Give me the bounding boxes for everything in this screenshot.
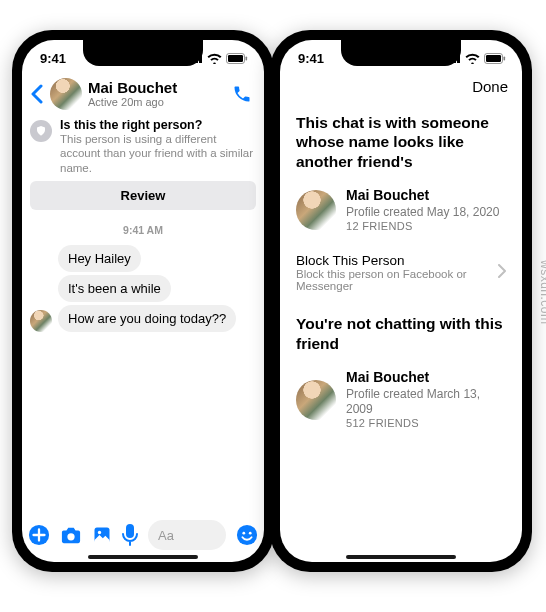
profile-name: Mai Bouchet: [346, 187, 499, 205]
warning-title: Is this the right person?: [60, 118, 256, 132]
notch: [341, 40, 461, 66]
svg-rect-5: [228, 55, 243, 62]
mic-button[interactable]: [122, 524, 138, 546]
block-title: Block This Person: [296, 253, 490, 268]
composer: Aa: [22, 514, 264, 558]
svg-point-13: [242, 532, 245, 535]
suspicious-profile[interactable]: Mai Bouchet Profile created May 18, 2020…: [296, 181, 506, 243]
avatar[interactable]: [30, 310, 52, 332]
known-friend-profile[interactable]: Mai Bouchet Profile created March 13, 20…: [296, 363, 506, 440]
shield-icon: [30, 120, 52, 142]
message-row: How are you doing today??: [30, 305, 256, 332]
done-button[interactable]: Done: [472, 78, 508, 95]
home-indicator[interactable]: [88, 555, 198, 559]
message-row: It's been a while: [30, 275, 256, 302]
emoji-button[interactable]: [236, 524, 258, 546]
profile-name: Mai Bouchet: [346, 369, 506, 387]
warning-body: This person is using a different account…: [60, 132, 256, 175]
avatar: [296, 380, 336, 420]
message-bubble[interactable]: Hey Hailey: [58, 245, 141, 272]
chat-subtitle: Active 20m ago: [88, 96, 226, 108]
status-time: 9:41: [40, 51, 66, 66]
phone-right: 9:41 Done This chat is with someone whos…: [270, 30, 532, 572]
block-person-button[interactable]: Block This Person Block this person on F…: [280, 243, 522, 294]
input-placeholder: Aa: [158, 528, 174, 543]
svg-point-10: [98, 531, 101, 534]
battery-icon: [226, 53, 248, 64]
notch: [83, 40, 203, 66]
svg-point-14: [249, 532, 252, 535]
gallery-button[interactable]: [92, 525, 112, 545]
back-button[interactable]: [30, 84, 44, 104]
svg-rect-20: [486, 55, 501, 62]
profile-friends: 12 FRIENDS: [346, 220, 499, 234]
warning-heading: This chat is with someone whose name loo…: [296, 113, 506, 171]
wifi-icon: [207, 53, 222, 64]
messages: Hey Hailey It's been a while How are you…: [22, 245, 264, 332]
call-button[interactable]: [232, 84, 254, 104]
phone-left: 9:41 Mai Bouchet Active 20m ago: [12, 30, 274, 572]
profile-friends: 512 FRIENDS: [346, 417, 506, 431]
message-row: Hey Hailey: [30, 245, 256, 272]
battery-icon: [484, 53, 506, 64]
message-input[interactable]: Aa: [148, 520, 226, 550]
chevron-right-icon: [498, 264, 506, 282]
watermark: wsxdn.com: [538, 260, 546, 325]
chat-name[interactable]: Mai Bouchet: [88, 80, 226, 97]
svg-point-12: [237, 525, 257, 545]
message-bubble[interactable]: How are you doing today??: [58, 305, 236, 332]
camera-button[interactable]: [60, 525, 82, 545]
add-button[interactable]: [28, 524, 50, 546]
review-button[interactable]: Review: [30, 181, 256, 210]
svg-rect-11: [126, 524, 134, 538]
warning-card: Is this the right person? This person is…: [30, 118, 256, 175]
profile-created: Profile created March 13, 2009: [346, 387, 506, 417]
known-friend-heading: You're not chatting with this friend: [296, 314, 506, 353]
svg-point-8: [67, 533, 74, 540]
block-subtitle: Block this person on Facebook or Messeng…: [296, 268, 490, 292]
wifi-icon: [465, 53, 480, 64]
profile-created: Profile created May 18, 2020: [346, 205, 499, 220]
timestamp: 9:41 AM: [22, 210, 264, 242]
message-bubble[interactable]: It's been a while: [58, 275, 171, 302]
avatar: [296, 190, 336, 230]
svg-rect-21: [504, 56, 506, 60]
svg-rect-6: [246, 56, 248, 60]
home-indicator[interactable]: [346, 555, 456, 559]
status-time: 9:41: [298, 51, 324, 66]
avatar[interactable]: [50, 78, 82, 110]
chat-header: Mai Bouchet Active 20m ago: [22, 76, 264, 116]
